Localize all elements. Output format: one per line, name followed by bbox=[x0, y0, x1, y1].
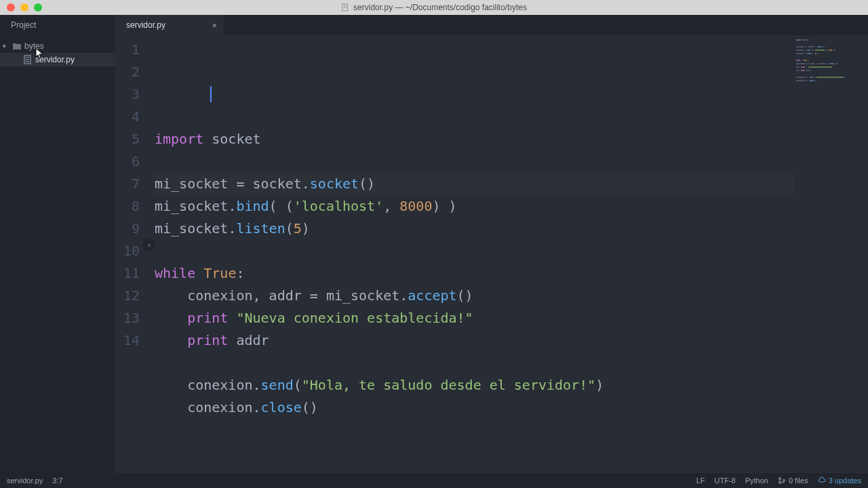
status-cursor-pos[interactable]: 3:7 bbox=[52, 476, 62, 485]
tree-folder-label: bytes bbox=[24, 41, 44, 51]
line-number: 3 bbox=[115, 83, 149, 106]
code-line[interactable] bbox=[155, 419, 793, 441]
line-number: 9 bbox=[115, 218, 149, 240]
line-number: 8 bbox=[115, 195, 149, 218]
code-content[interactable]: ‹ import socketmi_socket = socket.socket… bbox=[149, 35, 793, 473]
squirrel-icon bbox=[818, 476, 826, 485]
close-tab-icon[interactable]: × bbox=[212, 20, 217, 30]
folder-icon bbox=[12, 41, 22, 51]
minimap-line bbox=[796, 83, 865, 85]
traffic-lights bbox=[0, 3, 42, 12]
window-title-text: servidor.py — ~/Documents/codigo facilit… bbox=[353, 3, 527, 12]
file-icon bbox=[341, 3, 349, 12]
minimap-line bbox=[796, 66, 865, 68]
status-file[interactable]: servidor.py bbox=[7, 476, 43, 485]
line-number: 6 bbox=[115, 150, 149, 173]
line-number: 4 bbox=[115, 106, 149, 128]
code-editor[interactable]: 1234567891011121314 ‹ import socketmi_so… bbox=[115, 35, 868, 473]
minimap-line bbox=[796, 43, 865, 45]
minimap-line bbox=[796, 56, 865, 58]
svg-point-8 bbox=[778, 482, 781, 484]
tab-bar: Project servidor.py × bbox=[0, 15, 868, 35]
line-number: 1 bbox=[115, 39, 149, 61]
code-line[interactable]: conexion, addr = mi_socket.accept() bbox=[155, 285, 793, 307]
code-line[interactable] bbox=[155, 240, 793, 262]
minimap-line bbox=[796, 80, 865, 82]
minimap-line bbox=[796, 53, 865, 55]
code-line[interactable]: conexion.close() bbox=[155, 396, 793, 419]
tab-project-label: Project bbox=[11, 20, 36, 30]
tab-file-label: servidor.py bbox=[126, 20, 165, 30]
window-titlebar: servidor.py — ~/Documents/codigo facilit… bbox=[0, 0, 868, 15]
tab-file-servidor[interactable]: servidor.py × bbox=[115, 15, 224, 35]
tab-project[interactable]: Project bbox=[0, 15, 115, 35]
minimap-line bbox=[796, 39, 865, 41]
minimap-line bbox=[796, 70, 865, 72]
minimap[interactable] bbox=[793, 35, 868, 473]
status-line-ending[interactable]: LF bbox=[696, 476, 705, 485]
minimap-line bbox=[796, 73, 865, 75]
window-title: servidor.py — ~/Documents/codigo facilit… bbox=[341, 3, 527, 12]
code-line[interactable]: while True: bbox=[155, 262, 793, 285]
line-number: 11 bbox=[115, 262, 149, 285]
status-git-label: 0 files bbox=[789, 476, 808, 485]
code-line[interactable] bbox=[155, 150, 793, 173]
line-number: 5 bbox=[115, 128, 149, 150]
status-bar: servidor.py 3:7 LF UTF-8 Python 0 files … bbox=[0, 473, 868, 488]
code-line[interactable]: mi_socket = socket.socket() bbox=[155, 173, 793, 195]
code-line[interactable]: import socket bbox=[155, 128, 793, 150]
code-line[interactable] bbox=[155, 352, 793, 374]
status-encoding[interactable]: UTF-8 bbox=[715, 476, 736, 485]
status-updates[interactable]: 3 updates bbox=[818, 476, 861, 485]
minimap-line bbox=[796, 46, 865, 48]
code-line[interactable]: print addr bbox=[155, 329, 793, 352]
minimap-line bbox=[796, 60, 865, 62]
line-number: 12 bbox=[115, 285, 149, 307]
tree-file-servidor[interactable]: servidor.py bbox=[0, 53, 115, 66]
minimize-window-button[interactable] bbox=[20, 3, 28, 12]
project-sidebar[interactable]: ▾ bytes servidor.py bbox=[0, 35, 115, 473]
line-number: 14 bbox=[115, 329, 149, 352]
tree-folder-bytes[interactable]: ▾ bytes bbox=[0, 39, 115, 53]
code-line[interactable]: mi_socket.bind( ('localhost', 8000) ) bbox=[155, 195, 793, 218]
chevron-down-icon: ▾ bbox=[3, 43, 9, 49]
git-branch-icon bbox=[778, 476, 786, 485]
line-number: 13 bbox=[115, 307, 149, 329]
minimap-line bbox=[796, 49, 865, 52]
status-language[interactable]: Python bbox=[745, 476, 768, 485]
line-number: 7 bbox=[115, 173, 149, 195]
file-icon bbox=[23, 55, 33, 64]
code-line[interactable]: conexion.send("Hola, te saludo desde el … bbox=[155, 374, 793, 396]
minimap-line bbox=[796, 63, 865, 65]
text-cursor bbox=[210, 86, 212, 102]
code-line[interactable]: print "Nueva conexion establecida!" bbox=[155, 307, 793, 329]
maximize-window-button[interactable] bbox=[34, 3, 42, 12]
main-area: ▾ bytes servidor.py 1234567891011121314 … bbox=[0, 35, 868, 473]
code-line[interactable]: mi_socket.listen(5) bbox=[155, 218, 793, 240]
line-number-gutter: 1234567891011121314 bbox=[115, 35, 149, 473]
status-updates-label: 3 updates bbox=[829, 476, 861, 485]
close-window-button[interactable] bbox=[7, 3, 15, 12]
status-git[interactable]: 0 files bbox=[778, 476, 808, 485]
minimap-line bbox=[796, 77, 865, 79]
sidebar-collapse-icon[interactable]: ‹ bbox=[143, 239, 155, 251]
tree-file-label: servidor.py bbox=[35, 55, 75, 64]
svg-point-7 bbox=[778, 478, 781, 480]
line-number: 2 bbox=[115, 61, 149, 83]
